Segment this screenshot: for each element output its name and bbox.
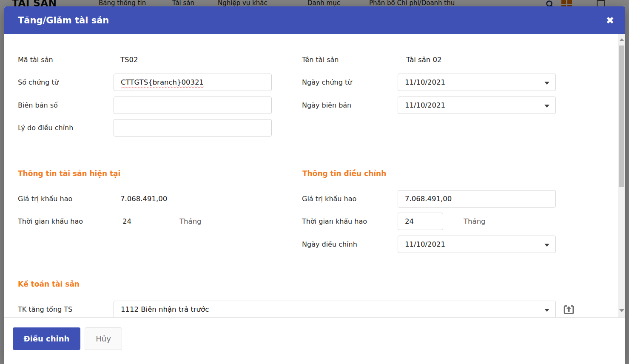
current-gia-tri-khau-hao-value: 7.068.491,00: [120, 190, 167, 208]
ten-tai-san-label: Tên tài sản: [302, 51, 339, 68]
current-thoi-gian-khau-hao-label: Thời gian khấu hao: [18, 213, 83, 230]
tk-tang-tong-ts-label: TK tăng tổng TS: [18, 301, 72, 317]
ten-tai-san-value: Tài sản 02: [406, 51, 442, 68]
so-chung-tu-text: CTTGTS{branch}00321: [121, 78, 204, 86]
ngay-chung-tu-datepicker[interactable]: 11/10/2021: [398, 74, 556, 91]
adjust-gia-tri-khau-hao-label: Giá trị khấu hao: [302, 190, 356, 208]
current-thoi-gian-khau-hao-value: 24: [122, 213, 131, 230]
chevron-down-icon: [544, 82, 549, 85]
ma-tai-san-label: Mã tài sản: [18, 51, 53, 68]
modal-title: Tăng/Giảm tài sản: [18, 15, 109, 26]
adjust-submit-button[interactable]: Điều chỉnh: [13, 327, 80, 350]
ngay-dieu-chinh-value: 11/10/2021: [405, 240, 445, 248]
modal-body: Mã tài sản TS02 Tên tài sản Tài sản 02 S…: [4, 34, 625, 317]
ngay-dieu-chinh-label: Ngày điều chỉnh: [302, 236, 357, 253]
scrollbar[interactable]: [618, 34, 625, 317]
bien-ban-so-label: Biên bản số: [18, 97, 58, 114]
section-current-title: Thông tin tài sản hiện tại: [18, 169, 120, 178]
chevron-down-icon: [544, 244, 549, 247]
screen: TÀI SẢN Bảng thông tin Tài sản Nghiệp vụ…: [0, 0, 629, 364]
so-chung-tu-label: Số chứng từ: [18, 74, 59, 91]
bien-ban-so-input[interactable]: [114, 97, 272, 114]
adjust-thoi-gian-khau-hao-input[interactable]: [398, 213, 443, 230]
current-gia-tri-khau-hao-label: Giá trị khấu hao: [18, 190, 72, 208]
ngay-chung-tu-label: Ngày chứng từ: [302, 74, 352, 91]
scrollbar-thumb[interactable]: [619, 46, 624, 187]
chevron-down-icon: [544, 309, 549, 312]
open-account-list-icon[interactable]: [562, 303, 575, 316]
scroll-down-icon[interactable]: [619, 309, 624, 312]
ngay-bien-ban-value: 11/10/2021: [405, 101, 445, 109]
ngay-bien-ban-label: Ngày biên bản: [302, 97, 351, 114]
adjust-thoi-gian-khau-hao-label: Thời gian khấu hao: [302, 213, 367, 230]
ngay-chung-tu-value: 11/10/2021: [405, 78, 445, 86]
adjust-gia-tri-khau-hao-input[interactable]: [398, 190, 556, 208]
scroll-up-icon[interactable]: [619, 38, 624, 41]
ly-do-dieu-chinh-input[interactable]: [114, 119, 272, 136]
so-chung-tu-input[interactable]: CTTGTS{branch}00321: [114, 74, 272, 91]
modal-header: Tăng/Giảm tài sản ✖: [4, 6, 625, 34]
close-icon[interactable]: ✖: [606, 15, 614, 25]
ma-tai-san-value: TS02: [120, 51, 138, 68]
ly-do-dieu-chinh-label: Lý do điều chỉnh: [18, 119, 73, 136]
chevron-down-icon: [544, 105, 549, 108]
section-accounting-title: Kế toán tài sản: [18, 280, 80, 288]
modal-footer: Điều chỉnh Hủy: [4, 317, 625, 364]
tk-tang-tong-ts-value: 1112 Biên nhận trả trước: [121, 305, 209, 313]
adjust-thoi-gian-unit: Tháng: [464, 213, 486, 230]
ngay-dieu-chinh-datepicker[interactable]: 11/10/2021: [398, 236, 556, 253]
section-adjust-title: Thông tin điều chỉnh: [302, 169, 386, 178]
tk-tang-tong-ts-select[interactable]: 1112 Biên nhận trả trước: [114, 301, 556, 317]
current-thoi-gian-unit: Tháng: [179, 213, 202, 230]
ngay-bien-ban-datepicker[interactable]: 11/10/2021: [398, 97, 556, 114]
cancel-button[interactable]: Hủy: [85, 327, 122, 350]
asset-adjust-modal: Tăng/Giảm tài sản ✖ Mã tài sản TS02 Tên …: [4, 6, 625, 364]
